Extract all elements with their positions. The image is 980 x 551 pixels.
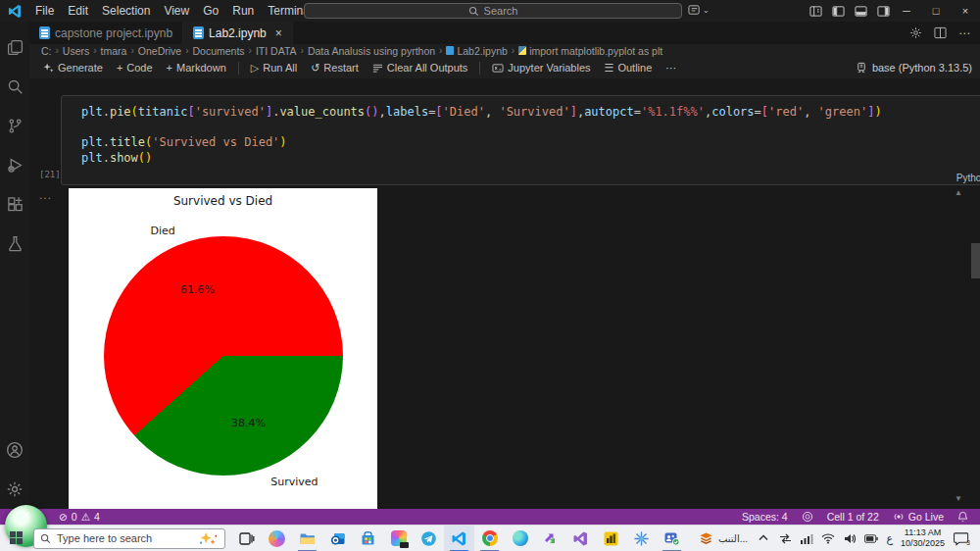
window-close-button[interactable]: × (951, 0, 980, 22)
taskbar-clock[interactable]: 11:13 AM 10/30/2025 (901, 527, 945, 549)
code-editor[interactable]: plt.pie(titanic['survived'].value_counts… (81, 105, 882, 166)
tray-time: 11:13 AM (901, 527, 945, 538)
outlook-button[interactable] (322, 526, 353, 551)
tab-close-icon[interactable]: × (275, 26, 282, 40)
breadcrumb-item[interactable]: ITI DATA (256, 45, 297, 57)
news-widget[interactable]: التنب... (699, 531, 748, 546)
chrome-button[interactable] (474, 526, 505, 551)
notifications-bell-icon[interactable] (957, 511, 968, 523)
microsoft-store-button[interactable] (353, 526, 383, 551)
add-markdown-cell-button[interactable]: +Markdown (161, 60, 232, 75)
copilot-button[interactable] (262, 526, 292, 551)
chevron-down-icon: ⌄ (703, 6, 710, 15)
close-icon[interactable]: ✕ (22, 510, 29, 521)
menu-file[interactable]: File (28, 0, 61, 22)
visual-studio-button[interactable] (565, 526, 596, 551)
plus-icon: + (117, 62, 122, 74)
tab-lab2[interactable]: Lab2.ipynb × (183, 22, 293, 44)
settings-gear-icon[interactable] (0, 470, 29, 509)
run-all-button[interactable]: ▷Run All (245, 60, 303, 76)
account-icon[interactable] (0, 430, 29, 470)
battery-icon[interactable] (864, 530, 878, 546)
source-control-icon[interactable] (0, 106, 29, 145)
breadcrumb-item[interactable]: Users (63, 45, 89, 57)
more-actions-icon[interactable]: ⋯ (958, 26, 970, 40)
add-code-cell-button[interactable]: +Code (111, 60, 159, 75)
menu-edit[interactable]: Edit (61, 0, 95, 22)
go-live-button[interactable]: Go Live (893, 511, 944, 523)
notification-center-button[interactable]: 3 (953, 530, 972, 546)
toggle-bottom-panel-icon[interactable] (855, 5, 867, 18)
scrollbar-thumb[interactable] (971, 243, 980, 278)
clear-all-outputs-button[interactable]: Clear All Outputs (367, 60, 474, 75)
toolbar-more-button[interactable]: ⋯ (660, 60, 682, 76)
hidden-icons-chevron[interactable] (757, 530, 770, 546)
testing-icon[interactable] (0, 224, 29, 263)
menu-run[interactable]: Run (225, 0, 261, 22)
generate-button[interactable]: Generate (37, 60, 109, 75)
menu-view[interactable]: View (157, 0, 196, 22)
menu-selection[interactable]: Selection (95, 0, 157, 22)
search-view-icon[interactable] (0, 67, 29, 106)
snowflake-app-button[interactable] (626, 526, 657, 551)
screen-capture-app-button[interactable] (535, 526, 565, 551)
layout-dropdown-button[interactable]: ⌄ (688, 4, 710, 17)
vscode-button[interactable] (444, 526, 474, 551)
language-indicator[interactable]: ع (886, 532, 893, 545)
power-bi-button[interactable] (596, 526, 626, 551)
teams-check-icon (663, 530, 680, 547)
edge-button[interactable] (505, 526, 535, 551)
copilot-sparkle-icon (197, 531, 219, 546)
cell-language-label[interactable]: Python (956, 173, 980, 183)
output-more-actions[interactable]: ... (39, 188, 52, 202)
breadcrumb-item[interactable]: Data Analusis using pyrthon (308, 45, 435, 57)
widget-label: التنب... (718, 533, 748, 544)
taskbar-search-input[interactable]: Type here to search (33, 528, 225, 549)
toggle-secondary-sidebar-icon[interactable] (877, 5, 890, 18)
outline-button[interactable]: ☰Outline (599, 60, 659, 76)
run-debug-icon[interactable] (0, 145, 29, 184)
file-explorer-button[interactable] (292, 526, 322, 551)
breadcrumb-item[interactable]: tmara (101, 45, 127, 57)
window-minimize-button[interactable]: ─ (892, 0, 921, 22)
kernel-picker[interactable]: base (Python 3.13.5) (856, 57, 972, 78)
toggle-panel-layout-icon[interactable] (809, 5, 822, 18)
windows-taskbar: Type here to search التنب... (0, 525, 980, 551)
breadcrumb-item-file[interactable]: Lab2.ipynb (446, 45, 507, 57)
jupyter-variables-button[interactable]: Jupyter Variables (486, 60, 596, 75)
pie-percent-label: 38.4% (231, 417, 266, 429)
problems-indicator[interactable]: ⊘0 ⚠4 (59, 511, 100, 523)
scroll-down-icon[interactable]: ▼ (955, 494, 962, 503)
toolbar-divider (479, 62, 480, 75)
volume-icon[interactable] (843, 530, 857, 546)
breadcrumb-item[interactable]: Documents (193, 45, 245, 57)
start-button[interactable] (0, 526, 33, 551)
breadcrumb-item[interactable]: OneDrive (138, 45, 181, 57)
code-cell[interactable]: plt.pie(titanic['survived'].value_counts… (61, 95, 980, 185)
search-icon (468, 6, 479, 17)
breadcrumb-item[interactable]: C: (41, 45, 52, 57)
task-view-button[interactable] (231, 526, 262, 551)
ethernet-icon[interactable] (778, 530, 792, 546)
photos-app-button[interactable] (383, 526, 414, 551)
notebook-settings-gear-icon[interactable] (909, 26, 922, 39)
telegram-button[interactable] (414, 526, 444, 551)
cellular-signal-icon[interactable] (800, 530, 813, 546)
split-editor-icon[interactable] (934, 26, 947, 39)
toggle-sidebar-icon[interactable] (832, 5, 845, 18)
spaces-indicator[interactable]: Spaces: 4 (742, 511, 788, 523)
explorer-icon[interactable] (0, 27, 29, 67)
command-center-search[interactable]: Search (304, 3, 682, 19)
scroll-up-icon[interactable]: ▲ (955, 188, 962, 197)
wifi-icon[interactable] (821, 530, 835, 546)
pie-slice-label: Died (151, 225, 175, 237)
tab-capstone-project[interactable]: capstone project.ipynb (29, 22, 183, 44)
formatter-icon[interactable] (802, 511, 813, 523)
extensions-icon[interactable] (0, 184, 29, 224)
breadcrumb-item-symbol[interactable]: import matplotlib.pyplot as plt (518, 45, 662, 57)
cell-position-indicator[interactable]: Cell 1 of 22 (827, 511, 879, 523)
window-maximize-button[interactable]: □ (921, 0, 951, 22)
restart-kernel-button[interactable]: ↺Restart (305, 60, 365, 76)
teams-button[interactable] (657, 526, 687, 551)
menu-go[interactable]: Go (196, 0, 225, 22)
